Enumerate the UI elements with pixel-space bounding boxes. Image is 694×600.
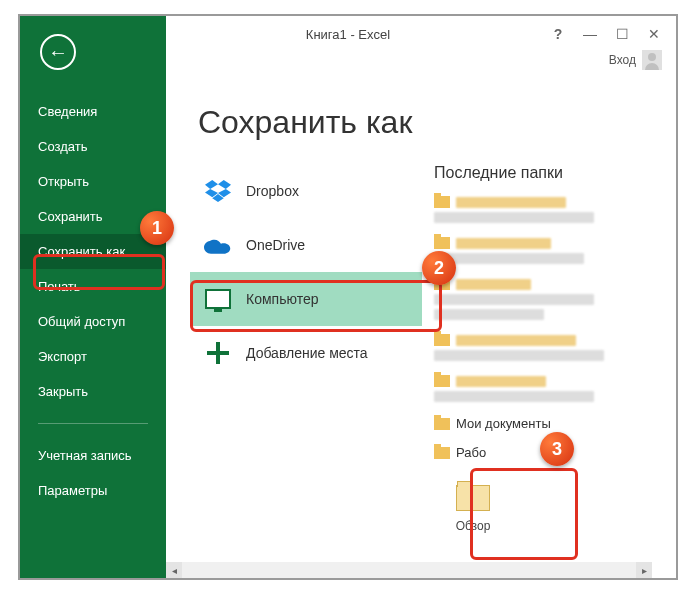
folder-icon [434, 418, 450, 430]
place-add-location[interactable]: Добавление места [190, 326, 422, 380]
annotation-badge-1: 1 [140, 211, 174, 245]
nav-open[interactable]: Открыть [20, 164, 166, 199]
recent-folder-item[interactable] [434, 334, 666, 361]
plus-icon [204, 342, 232, 364]
svg-marker-0 [205, 180, 218, 189]
maximize-button[interactable]: ☐ [606, 22, 638, 46]
back-arrow-icon: ← [48, 42, 68, 62]
recent-folder-item[interactable] [434, 237, 666, 264]
nav-export[interactable]: Экспорт [20, 339, 166, 374]
folder-icon [434, 237, 450, 249]
scroll-track[interactable] [182, 562, 636, 578]
place-onedrive[interactable]: OneDrive [190, 218, 422, 272]
minimize-button[interactable]: — [574, 22, 606, 46]
nav-print[interactable]: Печать [20, 269, 166, 304]
nav-close[interactable]: Закрыть [20, 374, 166, 409]
onedrive-icon [204, 234, 232, 256]
annotation-badge-2: 2 [422, 251, 456, 285]
nav-share[interactable]: Общий доступ [20, 304, 166, 339]
browse-label: Обзор [456, 519, 491, 533]
place-label: Dropbox [246, 183, 299, 199]
recent-folder-my-documents[interactable]: Мои документы [434, 416, 666, 431]
nav-account[interactable]: Учетная запись [20, 438, 166, 473]
nav-options[interactable]: Параметры [20, 473, 166, 508]
folder-icon [434, 447, 450, 459]
close-button[interactable]: ✕ [638, 22, 670, 46]
nav-divider [38, 423, 148, 424]
browse-button[interactable]: Обзор [434, 474, 512, 544]
login-area[interactable]: Вход [609, 50, 662, 70]
nav-info[interactable]: Сведения [20, 94, 166, 129]
folder-open-icon [456, 485, 490, 511]
place-dropbox[interactable]: Dropbox [190, 164, 422, 218]
svg-marker-1 [218, 180, 231, 189]
scroll-left-arrow-icon[interactable]: ◂ [166, 562, 182, 578]
computer-icon [204, 288, 232, 310]
folder-icon [434, 334, 450, 346]
scroll-right-arrow-icon[interactable]: ▸ [636, 562, 652, 578]
recent-folder-item[interactable] [434, 196, 666, 223]
place-label: Добавление места [246, 345, 368, 361]
nav-new[interactable]: Создать [20, 129, 166, 164]
login-label: Вход [609, 53, 636, 67]
horizontal-scrollbar[interactable]: ◂ ▸ [166, 562, 652, 578]
app-window: Книга1 - Excel ? — ☐ ✕ Вход ← Сведения С… [18, 14, 678, 580]
backstage-sidebar: ← Сведения Создать Открыть Сохранить Сох… [20, 16, 166, 578]
help-button[interactable]: ? [542, 22, 574, 46]
place-label: OneDrive [246, 237, 305, 253]
avatar-icon [642, 50, 662, 70]
main-pane: Dropbox OneDrive Компьютер Добавление ме… [166, 72, 676, 572]
folder-icon [434, 375, 450, 387]
folder-icon [434, 196, 450, 208]
place-label: Компьютер [246, 291, 318, 307]
recent-title: Последние папки [434, 164, 666, 182]
dropbox-icon [204, 180, 232, 202]
annotation-badge-3: 3 [540, 432, 574, 466]
save-places-list: Dropbox OneDrive Компьютер Добавление ме… [166, 72, 422, 572]
recent-folder-item[interactable] [434, 278, 666, 320]
back-button[interactable]: ← [40, 34, 76, 70]
place-computer[interactable]: Компьютер [190, 272, 422, 326]
recent-pane: Последние папки [422, 72, 676, 572]
recent-folder-item[interactable] [434, 375, 666, 402]
window-title: Книга1 - Excel [306, 27, 390, 42]
